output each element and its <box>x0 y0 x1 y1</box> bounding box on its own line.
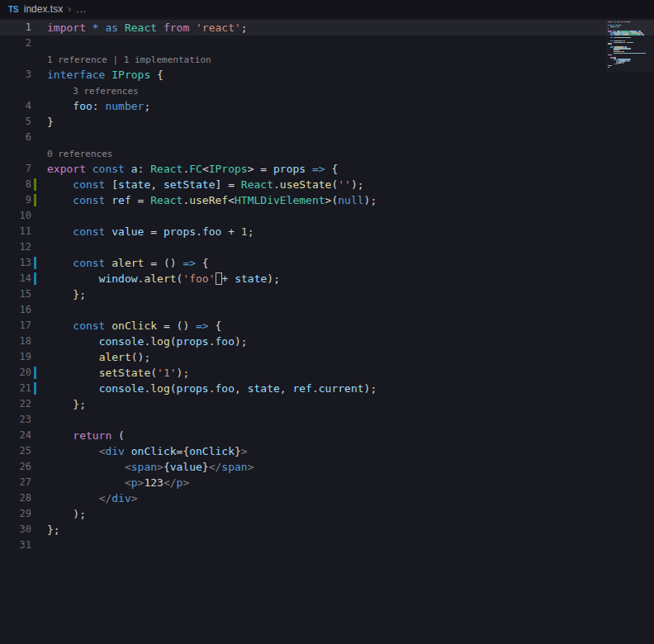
code-line-26[interactable]: 26 <span>{value}</span> <box>0 459 654 475</box>
minimap-line <box>608 69 652 70</box>
minimap[interactable] <box>606 20 654 72</box>
code-line-content: interface IProps { <box>31 67 164 83</box>
code-line-12[interactable]: 12 <box>0 239 654 255</box>
code-token: . <box>273 178 280 191</box>
code-token: state <box>118 178 150 191</box>
code-line-9[interactable]: 9 const ref = React.useRef<HTMLDivElemen… <box>0 192 654 208</box>
code-token: }; <box>47 523 60 536</box>
code-line-31[interactable]: 31 <box>0 537 654 553</box>
code-token: const <box>73 178 105 191</box>
code-line-content: alert(); <box>31 349 150 365</box>
code-token <box>86 163 92 175</box>
line-number: 30 <box>0 522 31 537</box>
code-line-24[interactable]: 24 return ( <box>0 428 654 443</box>
breadcrumb-ellipsis[interactable]: ... <box>76 3 87 15</box>
git-gutter-modified-indicator[interactable] <box>34 382 36 395</box>
code-line-11[interactable]: 11 const value = props.foo + 1; <box>0 224 654 239</box>
code-line-10[interactable]: 10 <box>0 208 654 224</box>
codelens-content: 3 references <box>31 83 139 98</box>
line-number: 7 <box>0 161 31 177</box>
code-token: > <box>248 461 254 473</box>
code-line-14[interactable]: 14 window.alert('foo' + state); <box>0 271 654 286</box>
codelens-link[interactable]: 1 reference | 1 implementation <box>47 52 211 68</box>
code-line-21[interactable]: 21 console.log(props.foo, state, ref.cur… <box>0 381 654 396</box>
code-token: { <box>209 320 222 332</box>
code-line-content <box>31 36 47 51</box>
minimap-token <box>630 37 631 38</box>
code-token: alert <box>144 272 176 285</box>
code-token: ; <box>144 100 150 112</box>
code-line-23[interactable]: 23 <box>0 412 654 428</box>
code-line-content: foo: number; <box>31 98 150 114</box>
code-line-29[interactable]: 29 ); <box>0 506 654 522</box>
line-number: 16 <box>0 302 31 318</box>
git-gutter-added-indicator[interactable] <box>34 178 36 191</box>
code-line-content: const value = props.foo + 1; <box>31 224 254 239</box>
git-gutter-modified-indicator[interactable] <box>34 272 36 285</box>
code-token: onClick <box>111 320 157 332</box>
line-number: 19 <box>0 349 31 365</box>
code-token <box>47 351 99 363</box>
code-line-3[interactable]: 3interface IProps { <box>0 67 654 83</box>
line-number <box>0 51 31 67</box>
code-line-7[interactable]: 7export const a: React.FC<IProps> = prop… <box>0 161 654 177</box>
code-line-17[interactable]: 17 const onClick = () => { <box>0 318 654 334</box>
code-token: , <box>235 382 248 395</box>
code-line-13[interactable]: 13 const alert = () => { <box>0 255 654 271</box>
code-line-4[interactable]: 4 foo: number; <box>0 98 654 114</box>
code-line-2[interactable]: 2 <box>0 36 654 51</box>
code-line-16[interactable]: 16 <box>0 302 654 318</box>
git-gutter-added-indicator[interactable] <box>34 194 36 206</box>
code-token: useState <box>280 178 332 191</box>
git-gutter-modified-indicator[interactable] <box>34 367 36 379</box>
code-line-6[interactable]: 6 <box>0 130 654 145</box>
code-line-28[interactable]: 28 </div> <box>0 490 654 506</box>
code-line-30[interactable]: 30}; <box>0 522 654 537</box>
line-number: 20 <box>0 365 31 381</box>
code-line-22[interactable]: 22 }; <box>0 396 654 412</box>
code-line-5[interactable]: 5} <box>0 114 654 130</box>
line-number: 15 <box>0 286 31 302</box>
code-line-27[interactable]: 27 <p>123</p> <box>0 475 654 490</box>
code-token: * <box>92 21 99 34</box>
code-line-25[interactable]: 25 <div onClick={onClick}> <box>0 443 654 459</box>
line-number: 2 <box>0 36 31 51</box>
code-token <box>47 257 73 269</box>
line-number: 9 <box>0 192 31 208</box>
code-token: log <box>150 382 169 395</box>
code-line-content <box>31 239 47 255</box>
code-line-content <box>31 537 47 553</box>
code-line-20[interactable]: 20 setState('1'); <box>0 365 654 381</box>
code-token <box>47 320 73 332</box>
line-number: 17 <box>0 318 31 334</box>
code-line-1[interactable]: 1import * as React from 'react'; <box>0 20 654 36</box>
code-line-19[interactable]: 19 alert(); <box>0 349 654 365</box>
line-number <box>0 83 31 98</box>
code-token: HTMLDivElement <box>235 194 325 206</box>
code-line-18[interactable]: 18 console.log(props.foo); <box>0 334 654 349</box>
minimap-token <box>629 21 630 22</box>
code-token: > <box>241 445 248 457</box>
code-token: { <box>325 163 339 175</box>
code-token: { <box>164 461 170 473</box>
code-token: console <box>99 382 145 395</box>
line-number: 21 <box>0 381 31 396</box>
code-line-15[interactable]: 15 }; <box>0 286 654 302</box>
code-token: React <box>150 163 182 175</box>
code-token: ( <box>150 367 157 379</box>
code-line-8[interactable]: 8 const [state, setState] = React.useSta… <box>0 177 654 192</box>
breadcrumb-file-name[interactable]: index.tsx <box>24 3 63 15</box>
code-token: props <box>273 163 306 175</box>
code-token: => <box>312 163 325 175</box>
line-number: 18 <box>0 334 31 349</box>
codelens-link[interactable]: 0 references <box>47 146 112 162</box>
minimap-token <box>628 34 638 35</box>
code-token: (); <box>131 351 150 363</box>
minimap-token <box>608 67 609 68</box>
code-token: foo <box>216 335 235 348</box>
codelens-content: 1 reference | 1 implementation <box>31 51 211 67</box>
code-token: onClick <box>189 445 235 457</box>
git-gutter-modified-indicator[interactable] <box>34 257 36 269</box>
editor-code-area[interactable]: 1import * as React from 'react';21 refer… <box>0 18 654 553</box>
codelens-link[interactable]: 3 references <box>47 83 139 99</box>
